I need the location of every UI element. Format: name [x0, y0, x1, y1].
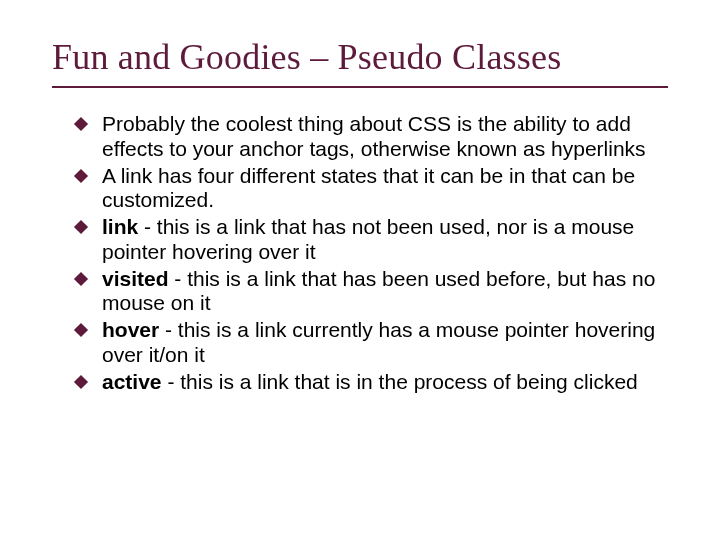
bullet-term: active — [102, 370, 162, 393]
list-item: active - this is a link that is in the p… — [76, 370, 658, 395]
bullet-desc: - this is a link that is in the process … — [162, 370, 638, 393]
bullet-desc: - this is a link currently has a mouse p… — [102, 318, 655, 366]
bullet-text: A link has four different states that it… — [102, 164, 635, 212]
bullet-term: hover — [102, 318, 159, 341]
bullet-term: visited — [102, 267, 169, 290]
bullet-list: Probably the coolest thing about CSS is … — [52, 112, 668, 394]
list-item: visited - this is a link that has been u… — [76, 267, 658, 317]
list-item: link - this is a link that has not been … — [76, 215, 658, 265]
list-item: A link has four different states that it… — [76, 164, 658, 214]
title-rule — [52, 86, 668, 88]
list-item: Probably the coolest thing about CSS is … — [76, 112, 658, 162]
bullet-text: Probably the coolest thing about CSS is … — [102, 112, 646, 160]
slide: Fun and Goodies – Pseudo Classes Probabl… — [0, 0, 720, 540]
bullet-desc: - this is a link that has been used befo… — [102, 267, 655, 315]
bullet-desc: - this is a link that has not been used,… — [102, 215, 634, 263]
list-item: hover - this is a link currently has a m… — [76, 318, 658, 368]
slide-title: Fun and Goodies – Pseudo Classes — [52, 36, 668, 78]
bullet-term: link — [102, 215, 138, 238]
